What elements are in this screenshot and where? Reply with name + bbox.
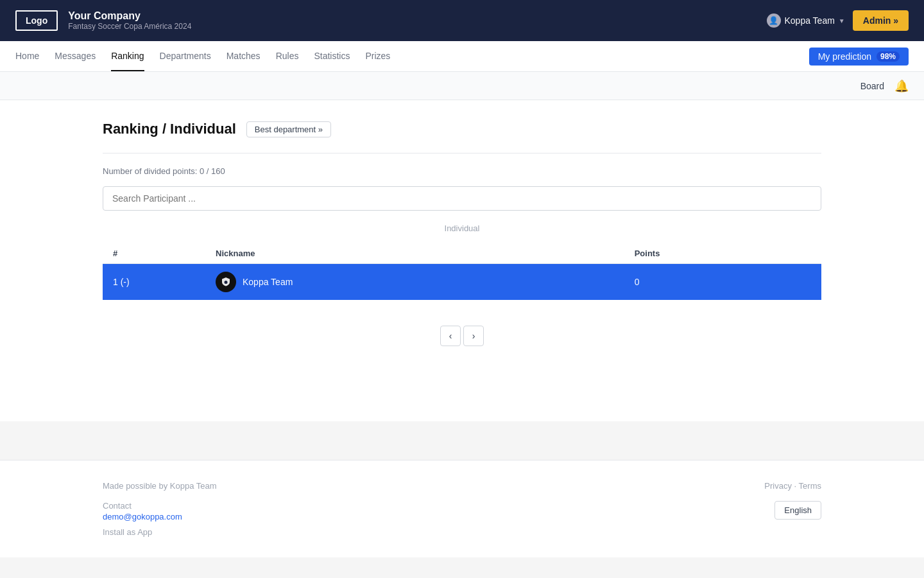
footer-email[interactable]: demo@gokoppa.com <box>103 512 182 521</box>
terms-link[interactable]: Terms <box>799 481 821 491</box>
table-row-nickname: Koppa Team <box>205 264 624 301</box>
user-icon: 👤 <box>767 13 781 28</box>
privacy-link[interactable]: Privacy <box>764 481 792 491</box>
bell-icon[interactable]: 🔔 <box>894 79 909 93</box>
search-input[interactable] <box>103 186 821 211</box>
prev-page-button[interactable]: ‹ <box>440 326 461 346</box>
table-header: # Nickname Points <box>103 243 821 264</box>
table-label: Individual <box>103 223 821 233</box>
sub-nav: Board 🔔 <box>0 72 924 100</box>
footer-contact-section: Contact demo@gokoppa.com Install as App <box>103 501 182 537</box>
pagination: ‹ › <box>103 326 821 346</box>
title-divider <box>103 153 821 153</box>
header: Logo Your Company Fantasy Soccer Copa Am… <box>0 0 924 41</box>
table-row-points: 0 <box>624 264 821 301</box>
next-page-button[interactable]: › <box>463 326 484 346</box>
board-label: Board <box>860 81 884 91</box>
language-button[interactable]: English <box>774 501 821 520</box>
nav-messages[interactable]: Messages <box>55 41 96 71</box>
my-prediction-button[interactable]: My prediction 98% <box>809 48 909 66</box>
page-title: Ranking / Individual <box>103 121 236 137</box>
col-rank: # <box>103 243 205 264</box>
footer-contact-label: Contact <box>103 501 182 511</box>
svg-point-0 <box>225 281 228 284</box>
company-name: Your Company <box>68 10 191 22</box>
header-left: Logo Your Company Fantasy Soccer Copa Am… <box>15 10 191 31</box>
col-nickname: Nickname <box>205 243 624 264</box>
footer-made-by: Made possible by Koppa Team <box>103 481 217 491</box>
footer-separator: · <box>794 481 799 491</box>
ranking-table: # Nickname Points 1 (-)Koppa Team0 <box>103 243 821 300</box>
header-right: 👤 Koppa Team ▼ Admin » <box>767 10 909 31</box>
footer-install: Install as App <box>103 527 182 537</box>
nav-prizes[interactable]: Prizes <box>365 41 390 71</box>
user-info: 👤 Koppa Team ▼ <box>767 13 845 28</box>
page-title-row: Ranking / Individual Best department » <box>103 121 821 137</box>
best-department-button[interactable]: Best department » <box>246 121 331 137</box>
footer-top: Made possible by Koppa Team Privacy · Te… <box>103 481 821 491</box>
footer-links: Privacy · Terms <box>764 481 821 491</box>
company-subtitle: Fantasy Soccer Copa América 2024 <box>68 22 191 31</box>
user-label: Koppa Team <box>785 15 835 26</box>
my-prediction-label: My prediction <box>818 51 871 62</box>
logo: Logo <box>15 10 58 31</box>
main-nav: Home Messages Ranking Departments Matche… <box>0 41 924 72</box>
company-info: Your Company Fantasy Soccer Copa América… <box>68 10 191 31</box>
chevron-down-icon: ▼ <box>839 17 845 24</box>
team-avatar <box>216 272 236 292</box>
main-content: Ranking / Individual Best department » N… <box>0 100 924 421</box>
nav-links: Home Messages Ranking Departments Matche… <box>15 41 390 71</box>
admin-button[interactable]: Admin » <box>853 10 909 31</box>
nav-ranking[interactable]: Ranking <box>111 41 144 71</box>
nav-matches[interactable]: Matches <box>227 41 261 71</box>
points-info: Number of divided points: 0 / 160 <box>103 166 821 176</box>
nav-departments[interactable]: Departments <box>160 41 211 71</box>
prediction-badge: 98% <box>877 51 900 62</box>
footer: Made possible by Koppa Team Privacy · Te… <box>0 460 924 557</box>
nav-home[interactable]: Home <box>15 41 39 71</box>
col-points: Points <box>624 243 821 264</box>
table-row-rank: 1 (-) <box>103 264 205 301</box>
footer-bottom: Contact demo@gokoppa.com Install as App … <box>103 501 821 537</box>
nickname-text: Koppa Team <box>243 277 293 287</box>
nav-statistics[interactable]: Statistics <box>314 41 350 71</box>
nav-rules[interactable]: Rules <box>276 41 299 71</box>
table-body: 1 (-)Koppa Team0 <box>103 264 821 301</box>
